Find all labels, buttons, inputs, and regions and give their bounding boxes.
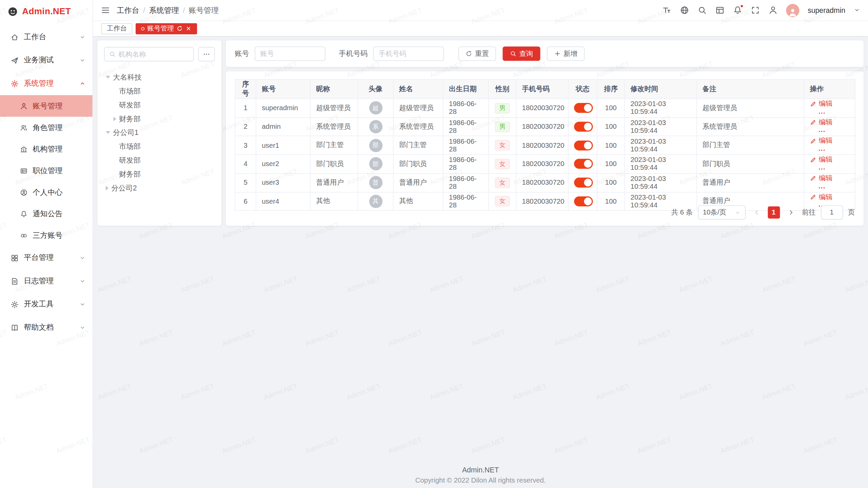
page-size-select[interactable]: 10条/页: [698, 205, 745, 220]
sidebar-item-notice[interactable]: 通知公告: [0, 203, 93, 225]
cell-phone: 18020030720: [516, 155, 568, 174]
breadcrumb-item[interactable]: 系统管理: [149, 5, 179, 15]
sidebar-item-personal-center[interactable]: 个人中心: [0, 182, 93, 203]
layout-theme-icon[interactable]: [715, 5, 725, 15]
profile-icon[interactable]: [768, 5, 778, 15]
edit-button[interactable]: 编辑: [810, 136, 833, 146]
chevron-down-icon[interactable]: [854, 5, 861, 15]
cell-name: 部门主管: [393, 136, 443, 155]
breadcrumb-item[interactable]: 工作台: [117, 5, 139, 15]
pagination: 共 6 条 10条/页 1 前往 页: [671, 205, 855, 220]
tree-node[interactable]: 财务部: [104, 167, 215, 181]
chevron-down-icon: [79, 278, 86, 285]
org-more-button[interactable]: [198, 47, 215, 61]
font-size-icon[interactable]: [662, 5, 672, 15]
tree-node-label: 分公司2: [111, 183, 137, 193]
sidebar-item-label: 平台管理: [24, 253, 54, 263]
tree-node[interactable]: 财务部: [104, 112, 215, 126]
edit-button[interactable]: 编辑: [810, 99, 833, 108]
current-page-button[interactable]: 1: [768, 206, 780, 219]
status-toggle[interactable]: [574, 122, 593, 131]
edit-button[interactable]: 编辑: [810, 192, 833, 202]
sidebar-item-label: 业务测试: [24, 55, 54, 65]
row-avatar: 其: [369, 195, 382, 208]
row-more-button[interactable]: [817, 109, 826, 117]
tree-node[interactable]: 研发部: [104, 153, 215, 167]
tree-node[interactable]: 分公司2: [104, 181, 215, 195]
sidebar-item-platform-management[interactable]: 平台管理: [0, 246, 93, 270]
chevron-down-icon: [79, 324, 86, 331]
tab-refresh-icon[interactable]: [177, 25, 183, 32]
caret-collapsed-icon[interactable]: [106, 186, 108, 190]
account-input[interactable]: [255, 46, 326, 61]
sidebar-item-system-management[interactable]: 系统管理: [0, 72, 93, 95]
org-search-input[interactable]: [118, 50, 189, 58]
goto-page-input[interactable]: [821, 205, 843, 220]
tree-node[interactable]: 大名科技: [104, 70, 215, 84]
caret-expanded-icon[interactable]: [106, 76, 110, 79]
sidebar-item-business-test[interactable]: 业务测试: [0, 49, 93, 72]
status-toggle[interactable]: [574, 196, 593, 206]
cell-remark: 系统管理员: [697, 117, 804, 136]
tab-workbench[interactable]: 工作台: [101, 23, 132, 34]
fullscreen-icon[interactable]: [751, 5, 760, 15]
more-dots-icon: [817, 109, 826, 117]
language-icon[interactable]: [680, 5, 689, 15]
sidebar-item-dev-tools[interactable]: 开发工具: [0, 293, 93, 316]
tab-account-management[interactable]: 账号管理: [136, 23, 197, 34]
sidebar-item-account-management[interactable]: 账号管理: [0, 95, 93, 117]
status-toggle[interactable]: [574, 178, 593, 187]
edit-button[interactable]: 编辑: [810, 118, 833, 127]
sidebar-item-workbench[interactable]: 工作台: [0, 25, 93, 49]
tab-close-icon[interactable]: [185, 25, 192, 32]
user-icon: [20, 102, 28, 110]
status-toggle[interactable]: [574, 159, 593, 169]
tree-node[interactable]: 市场部: [104, 84, 215, 98]
row-more-button[interactable]: [817, 183, 826, 191]
tree-node[interactable]: 分公司1: [104, 126, 215, 140]
next-page-button[interactable]: [785, 206, 797, 219]
sidebar-item-help-docs[interactable]: 帮助文档: [0, 316, 93, 339]
sidebar-item-label: 日志管理: [24, 276, 54, 286]
reset-button[interactable]: 重置: [458, 46, 496, 61]
cell-nickname: 部门职员: [310, 155, 358, 174]
gear-icon: [11, 300, 19, 308]
row-more-button[interactable]: [817, 127, 826, 136]
caret-expanded-icon[interactable]: [106, 131, 110, 134]
row-more-button[interactable]: [817, 165, 826, 173]
sidebar-item-third-party-account[interactable]: 三方账号: [0, 225, 93, 246]
status-toggle[interactable]: [574, 103, 593, 113]
prev-page-button[interactable]: [750, 206, 763, 219]
notification-bell-icon[interactable]: [733, 5, 743, 15]
query-button[interactable]: 查询: [502, 46, 540, 61]
menu-fold-icon[interactable]: [101, 5, 110, 15]
column-header: 姓名: [393, 79, 443, 99]
sidebar-item-position-management[interactable]: 职位管理: [0, 160, 93, 182]
tree-node[interactable]: 市场部: [104, 139, 215, 153]
user-avatar[interactable]: [786, 4, 799, 17]
app-logo[interactable]: Admin.NET: [0, 0, 93, 23]
username[interactable]: superadmin: [808, 6, 845, 14]
edit-pen-icon: [810, 100, 817, 107]
row-avatar: 部: [369, 157, 382, 170]
edit-button[interactable]: 编辑: [810, 155, 833, 164]
more-dots-icon: [817, 165, 826, 173]
footer-copyright: Copyright © 2022 Dilon All rights reserv…: [93, 476, 868, 484]
status-toggle[interactable]: [574, 140, 593, 150]
edit-pen-icon: [810, 119, 817, 126]
tree-node[interactable]: 研发部: [104, 98, 215, 112]
add-button[interactable]: 新增: [547, 46, 585, 61]
cell-name: 超级管理员: [393, 99, 443, 117]
sidebar-item-org-management[interactable]: 机构管理: [0, 138, 93, 160]
sidebar-item-role-management[interactable]: 角色管理: [0, 117, 93, 138]
caret-collapsed-icon[interactable]: [114, 117, 116, 121]
cell-nickname: 系统管理员: [310, 117, 358, 136]
row-more-button[interactable]: [817, 146, 826, 154]
sidebar-item-log-management[interactable]: 日志管理: [0, 269, 93, 293]
edit-button[interactable]: 编辑: [810, 174, 833, 183]
phone-input[interactable]: [373, 46, 444, 61]
row-avatar: 部: [369, 139, 382, 152]
tree-node-label: 研发部: [119, 155, 141, 165]
sidebar-item-label: 系统管理: [24, 79, 54, 88]
search-icon[interactable]: [697, 5, 707, 15]
